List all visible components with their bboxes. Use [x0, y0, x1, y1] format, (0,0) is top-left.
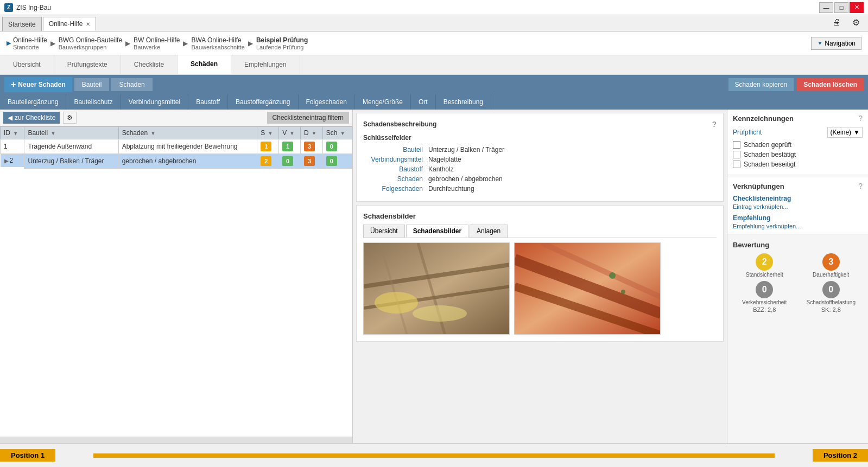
tab-startseite[interactable]: Startseite — [2, 17, 42, 31]
bzz-label: BZZ: 2,8 — [753, 306, 776, 313]
cell-expand-2: ▶ 2 — [1, 154, 24, 167]
schadstoffbelastung-label: Schadstoffbelastung — [807, 299, 856, 305]
horizontal-scrollbar[interactable] — [0, 437, 352, 443]
schaden-image-2[interactable] — [514, 242, 661, 335]
schadstoffbelastung-score: 0 — [822, 281, 840, 298]
kennzeichnungen-help-icon[interactable]: ? — [858, 114, 863, 123]
back-to-checklist-button[interactable]: ◀ zur Checkliste — [3, 112, 60, 124]
breadcrumb-arrow-3: ▶ — [183, 40, 188, 47]
tab-checkliste[interactable]: Checkliste — [121, 55, 178, 74]
sub-btn-beschreibung[interactable]: Beschreibung — [436, 94, 491, 110]
sub-btn-bauteilschutz[interactable]: Bauteilschutz — [66, 94, 121, 110]
tab-online-hilfe[interactable]: Online-Hilfe ✕ — [43, 17, 97, 31]
cell-bauteil-2: Unterzug / Balken / Träger — [24, 154, 118, 169]
breadcrumb-bw[interactable]: BW Online-Hilfe Bauwerke — [134, 36, 180, 50]
sub-btn-bauteilerganzung[interactable]: Bauteilergänzung — [0, 94, 66, 110]
bauteil-button[interactable]: Bauteil — [74, 78, 110, 91]
col-sch[interactable]: Sch ▼ — [322, 127, 352, 139]
sub-btn-bauteilschutz-label: Bauteilschutz — [74, 98, 112, 106]
breadcrumb-bwg[interactable]: BWG Online-Bauteilfe Bauwerksgruppen — [59, 36, 122, 50]
cell-schaden-1: Abplatzung mit freiliegender Bewehrung — [118, 139, 257, 154]
schaden-button[interactable]: Schaden — [111, 78, 152, 91]
settings-button[interactable]: ⚙ — [848, 16, 864, 29]
pruefpflicht-label: Prüfpflicht — [733, 129, 827, 136]
breadcrumb-beispiel[interactable]: Beispiel Prüfung Laufende Prüfung — [256, 36, 308, 50]
schaden-gepruft-checkbox[interactable] — [733, 141, 740, 149]
dropdown-arrow-icon: ▼ — [853, 129, 860, 136]
field-schaden: Schaden gebrochen / abgebrochen — [363, 175, 717, 183]
table-row[interactable]: ▶ 2 Unterzug / Balken / Träger gebrochen… — [1, 154, 352, 169]
image-tab-schadensbilder-label: Schadensbilder — [413, 227, 461, 235]
cell-d-2: 3 — [301, 154, 323, 169]
delete-button[interactable]: Schaden löschen — [797, 78, 864, 91]
tab-empfehlungen[interactable]: Empfehlungen — [231, 55, 300, 74]
tab-prufungstexte[interactable]: Prüfungstexte — [54, 55, 121, 74]
table-wrapper[interactable]: ID ▼ Bauteil ▼ Schaden ▼ S ▼ V ▼ D ▼ Sch… — [0, 126, 352, 437]
cell-v-1: 1 — [279, 139, 301, 154]
col-id[interactable]: ID ▼ — [1, 127, 24, 139]
verknupfungen-help-icon[interactable]: ? — [858, 182, 863, 190]
field-bauteil-value: Unterzug / Balken / Träger — [428, 146, 504, 153]
tab-schaden[interactable]: Schäden — [178, 55, 231, 74]
schaden-beseitigt-checkbox[interactable] — [733, 161, 740, 168]
breadcrumb-bwa[interactable]: BWA Online-Hilfe Bauwerksabschnitte — [191, 36, 244, 50]
close-button[interactable]: ✕ — [850, 2, 864, 13]
image-tab-anlagen[interactable]: Anlagen — [470, 225, 508, 238]
new-schaden-label: Neuer Schaden — [18, 81, 65, 88]
field-folgeschaden-value: Durchfeuchtung — [428, 185, 474, 193]
checklisteneintrag-action[interactable]: Eintrag verknüpfen... — [733, 203, 863, 210]
verkehrssicherheit-label: Verkehrssicherheit — [742, 299, 787, 305]
sub-toolbar: Bauteilergänzung Bauteilschutz Verbindun… — [0, 94, 868, 110]
print-button[interactable]: 🖨 — [829, 16, 844, 29]
schaden-bestatigt-checkbox[interactable] — [733, 151, 740, 158]
minimize-button[interactable]: — — [819, 2, 833, 13]
standsicherheit-score: 2 — [756, 253, 773, 271]
sub-btn-baustoff[interactable]: Baustoff — [188, 94, 228, 110]
new-schaden-button[interactable]: + Neuer Schaden — [4, 77, 72, 92]
table-row[interactable]: 1 Tragende Außenwand Abplatzung mit frei… — [1, 139, 352, 154]
position-2-badge[interactable]: Position 2 — [813, 449, 868, 462]
sub-btn-verbindungsmittel[interactable]: Verbindungsmittel — [121, 94, 188, 110]
schaden-images-title: Schadensbilder — [363, 212, 717, 220]
app-title: ZIS Ing-Bau — [16, 4, 51, 11]
tab-close-icon[interactable]: ✕ — [86, 21, 90, 27]
image-tab-ubersicht[interactable]: Übersicht — [363, 225, 405, 238]
position-1-badge[interactable]: Position 1 — [0, 449, 55, 462]
schaden-images: Schadensbilder Übersicht Schadensbilder … — [356, 205, 724, 342]
col-v[interactable]: V ▼ — [279, 127, 301, 139]
desc-help-icon[interactable]: ? — [712, 120, 717, 129]
sub-btn-ort[interactable]: Ort — [411, 94, 436, 110]
sub-btn-menge[interactable]: Menge/Größe — [355, 94, 411, 110]
tab-prufungstexte-label: Prüfungstexte — [67, 61, 107, 68]
schaden-beschreibung: Schadensbeschreibung ? Schlüsselfelder B… — [356, 113, 724, 202]
filter-button[interactable]: Checklisteneintrag filtern — [267, 112, 349, 124]
sub-btn-baustofferganzung[interactable]: Baustoffergänzung — [228, 94, 299, 110]
pruefpflicht-select[interactable]: (Keine) ▼ — [827, 127, 863, 138]
empfehlung-action[interactable]: Empfehlung verknüpfen... — [733, 223, 863, 229]
copy-button[interactable]: Schaden kopieren — [728, 78, 794, 91]
image-tabs: Übersicht Schadensbilder Anlagen — [363, 225, 717, 238]
breadcrumb-online-hilfe[interactable]: ▶ Online-Hilfe Standorte — [7, 36, 47, 50]
title-bar: Z ZIS Ing-Bau — □ ✕ — [0, 0, 868, 15]
sub-btn-folgeschaden[interactable]: Folgeschaden — [299, 94, 355, 110]
settings-gear-button[interactable]: ⚙ — [63, 112, 77, 124]
cell-s-2: 2 — [257, 154, 279, 169]
col-schaden[interactable]: Schaden ▼ — [118, 127, 257, 139]
breadcrumb-bwg-sub: Bauwerksgruppen — [59, 44, 122, 50]
tab-ubersicht[interactable]: Übersicht — [0, 55, 54, 74]
sub-btn-baustoff-label: Baustoff — [196, 98, 220, 106]
schaden-desc-title: Schadensbeschreibung — [363, 120, 436, 128]
schaden-image-1[interactable] — [363, 242, 510, 335]
verkehrssicherheit-item: 0 Verkehrssicherheit BZZ: 2,8 — [733, 281, 796, 313]
col-bauteil[interactable]: Bauteil ▼ — [24, 127, 118, 139]
empfehlung-link: Empfehlung Empfehlung verknüpfen... — [733, 214, 863, 229]
maximize-button[interactable]: □ — [834, 2, 848, 13]
navigation-button[interactable]: ▼ Navigation — [811, 37, 861, 50]
image-grid — [363, 242, 717, 335]
cell-d-1: 3 — [301, 139, 323, 154]
sub-btn-bauteilerganzung-label: Bauteilergänzung — [8, 98, 58, 106]
col-s[interactable]: S ▼ — [257, 127, 279, 139]
col-d[interactable]: D ▼ — [301, 127, 323, 139]
schaden-bestatigt-label: Schaden bestätigt — [744, 151, 796, 158]
image-tab-schadensbilder[interactable]: Schadensbilder — [406, 225, 468, 238]
